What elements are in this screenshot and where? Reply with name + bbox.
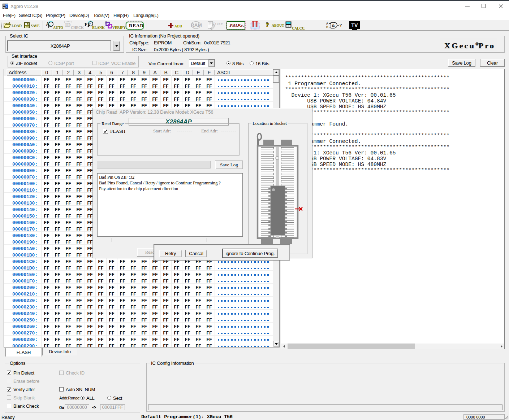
svg-text:B: B (326, 26, 328, 29)
svg-text:?: ? (266, 21, 269, 28)
svg-text:RAM: RAM (191, 22, 202, 28)
svg-text:A: A (326, 22, 328, 26)
svg-text:Y: Y (340, 23, 342, 28)
svg-text:F: F (85, 22, 87, 27)
svg-text:ID: ID (65, 22, 71, 28)
svg-text:&: & (332, 23, 335, 27)
